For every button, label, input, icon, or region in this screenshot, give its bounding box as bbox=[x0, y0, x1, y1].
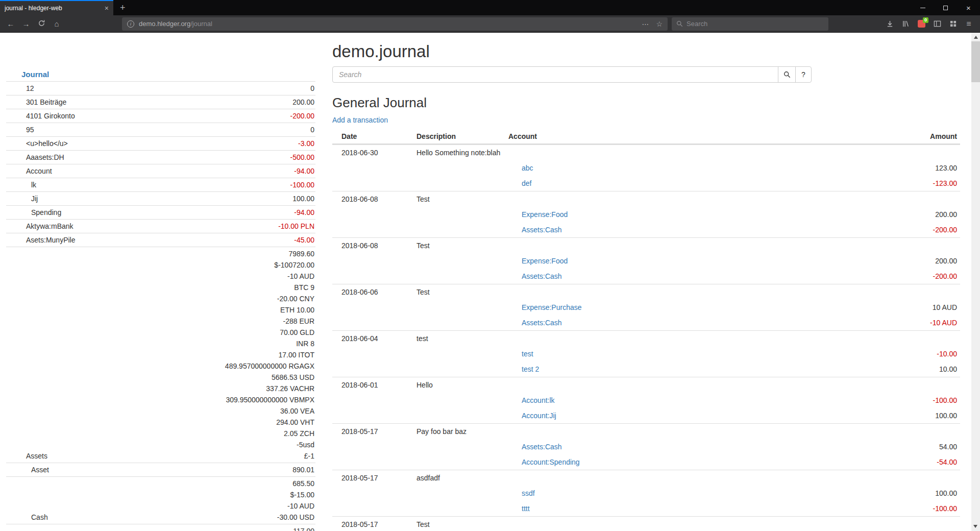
account-name[interactable]: Cash bbox=[6, 512, 277, 523]
account-name[interactable]: <u>hello</u> bbox=[6, 138, 298, 149]
posting-row: Expense:Food 200.00 bbox=[332, 253, 960, 269]
site-info-icon[interactable]: i bbox=[127, 20, 134, 28]
journal-search-button[interactable] bbox=[778, 66, 796, 83]
posting-account-link[interactable]: test 2 bbox=[522, 365, 539, 373]
account-balance: 309.950000000000 VBMPX bbox=[225, 394, 314, 405]
transaction: 2018-06-04 test test -10.00 test 2 10.00 bbox=[332, 330, 960, 377]
posting-account-link[interactable]: Assets:Cash bbox=[522, 226, 562, 234]
extension-button[interactable]: 0 bbox=[915, 18, 927, 30]
minimize-icon bbox=[920, 8, 925, 8]
browser-tab[interactable]: journal - hledger-web × bbox=[0, 0, 113, 15]
journal-search-input[interactable] bbox=[332, 66, 778, 83]
sidebar-account-row: 4101 Girokonto -200.00 bbox=[6, 109, 315, 123]
transaction: 2018-06-30 Hello Something note:blah abc… bbox=[332, 144, 960, 191]
posting-row: Account:lk -100.00 bbox=[332, 393, 960, 408]
account-name[interactable]: 301 Beiträge bbox=[6, 96, 292, 108]
account-name[interactable]: 95 bbox=[6, 124, 310, 135]
account-name[interactable]: 4101 Girokonto bbox=[6, 110, 290, 122]
window-controls: × bbox=[911, 0, 980, 15]
window-maximize-button[interactable] bbox=[934, 0, 957, 15]
account-balance: -200.00 bbox=[290, 110, 314, 122]
account-balance: -10.00 PLN bbox=[278, 221, 314, 232]
window-minimize-button[interactable] bbox=[911, 0, 934, 15]
posting-row: tttt -100.00 bbox=[332, 501, 960, 516]
tab-close-icon[interactable]: × bbox=[105, 4, 109, 12]
downloads-button[interactable] bbox=[884, 18, 896, 30]
library-button[interactable] bbox=[899, 18, 912, 30]
posting-account-link[interactable]: test bbox=[522, 350, 533, 358]
account-name[interactable]: Jij bbox=[6, 193, 292, 204]
activity-grid-button[interactable] bbox=[947, 18, 959, 30]
search-help-button[interactable]: ? bbox=[795, 66, 812, 83]
posting-account-link[interactable]: Expense:Food bbox=[522, 210, 568, 219]
page-actions-icon[interactable]: ⋯ bbox=[642, 20, 649, 28]
transaction: 2018-05-17 asdfadf ssdf 100.00 tttt -100… bbox=[332, 470, 960, 516]
posting-account-link[interactable]: Account:Jij bbox=[522, 412, 556, 420]
back-button[interactable]: ← bbox=[3, 19, 18, 28]
header-account: Account bbox=[508, 132, 930, 140]
hamburger-menu-icon: ≡ bbox=[966, 19, 971, 29]
transaction: 2018-06-01 Hello Account:lk -100.00 Acco… bbox=[332, 377, 960, 423]
sidebar-account-row: <u>hello</u> -3.00 bbox=[6, 136, 315, 150]
account-name[interactable]: Assets bbox=[6, 450, 225, 462]
posting-row: Assets:Cash -10 AUD bbox=[332, 315, 960, 330]
posting-amount: 123.00 bbox=[935, 164, 960, 172]
new-tab-button[interactable]: + bbox=[113, 0, 132, 15]
reload-button[interactable] bbox=[34, 19, 49, 29]
scrollbar-thumb[interactable] bbox=[971, 41, 980, 82]
account-name[interactable]: 12 bbox=[6, 83, 310, 94]
posting-row: test 2 10.00 bbox=[332, 361, 960, 377]
posting-row: ssdf 100.00 bbox=[332, 486, 960, 501]
browser-search-box[interactable] bbox=[672, 17, 828, 31]
posting-account-link[interactable]: Assets:Cash bbox=[522, 319, 562, 327]
account-name[interactable]: Asets:MunyPile bbox=[6, 234, 294, 246]
forward-button[interactable]: → bbox=[18, 19, 34, 28]
sidebar-toggle-button[interactable] bbox=[931, 18, 943, 30]
transaction-description: asdfadf bbox=[416, 474, 960, 482]
account-amounts: -117.00 bbox=[291, 525, 315, 531]
search-icon bbox=[783, 71, 791, 78]
extension-badge: 0 bbox=[923, 17, 928, 23]
journal-table: Date Description Account Amount 2018-06-… bbox=[332, 129, 960, 531]
posting-account-link[interactable]: Assets:Cash bbox=[522, 443, 562, 451]
transaction-head-row: 2018-05-17 asdfadf bbox=[332, 470, 960, 486]
account-balance: $-100720.00 bbox=[225, 259, 314, 271]
window-close-button[interactable]: × bbox=[957, 0, 980, 15]
bookmark-star-icon[interactable]: ☆ bbox=[656, 20, 663, 28]
posting-account-link[interactable]: Account:Spending bbox=[522, 458, 580, 466]
account-name[interactable]: Asset bbox=[6, 464, 292, 475]
account-name[interactable]: Spending bbox=[6, 207, 294, 218]
home-button[interactable]: ⌂ bbox=[49, 19, 64, 28]
account-balance: 0 bbox=[310, 124, 314, 135]
main-column: demo.journal ? General Journal Add a tra… bbox=[332, 33, 960, 531]
browser-search-input[interactable] bbox=[687, 20, 824, 28]
posting-account-link[interactable]: Assets:Cash bbox=[522, 272, 562, 280]
scrollbar-up-icon[interactable] bbox=[974, 36, 978, 39]
journal-table-header: Date Description Account Amount bbox=[332, 129, 960, 144]
scrollbar-down-icon[interactable] bbox=[973, 525, 977, 528]
posting-account-link[interactable]: abc bbox=[522, 164, 533, 172]
account-balance: 489.957000000000 RGAGX bbox=[225, 360, 314, 372]
account-amounts: 890.01 bbox=[292, 464, 315, 475]
transaction-head-row: 2018-06-04 test bbox=[332, 331, 960, 346]
transaction-head-row: 2018-05-17 Pay foo bar baz bbox=[332, 424, 960, 439]
posting-account-link[interactable]: Expense:Purchase bbox=[522, 303, 582, 311]
posting-account-link[interactable]: tttt bbox=[522, 504, 530, 513]
posting-account-link[interactable]: ssdf bbox=[522, 489, 535, 497]
posting-account-link[interactable]: def bbox=[522, 179, 531, 187]
posting-account-link[interactable]: Account:lk bbox=[522, 396, 555, 404]
transaction-head-row: 2018-06-08 Test bbox=[332, 238, 960, 253]
add-transaction-link[interactable]: Add a transaction bbox=[332, 116, 388, 124]
url-bar[interactable]: i demo.hledger.org /journal ⋯ ☆ bbox=[122, 17, 668, 31]
account-name[interactable]: Aktywa:mBank bbox=[6, 221, 278, 232]
account-name[interactable]: Account bbox=[6, 165, 294, 177]
menu-button[interactable]: ≡ bbox=[963, 18, 975, 30]
account-balance: 0 bbox=[310, 83, 314, 94]
posting-row: test -10.00 bbox=[332, 346, 960, 361]
account-balance: 36.00 VEA bbox=[225, 405, 314, 417]
account-name[interactable]: lk bbox=[6, 179, 290, 190]
account-name[interactable]: Aaasets:DH bbox=[6, 152, 290, 163]
posting-account-link[interactable]: Expense:Food bbox=[522, 257, 568, 265]
sidebar-journal-link[interactable]: Journal bbox=[21, 70, 49, 79]
page-scrollbar[interactable] bbox=[971, 33, 980, 531]
